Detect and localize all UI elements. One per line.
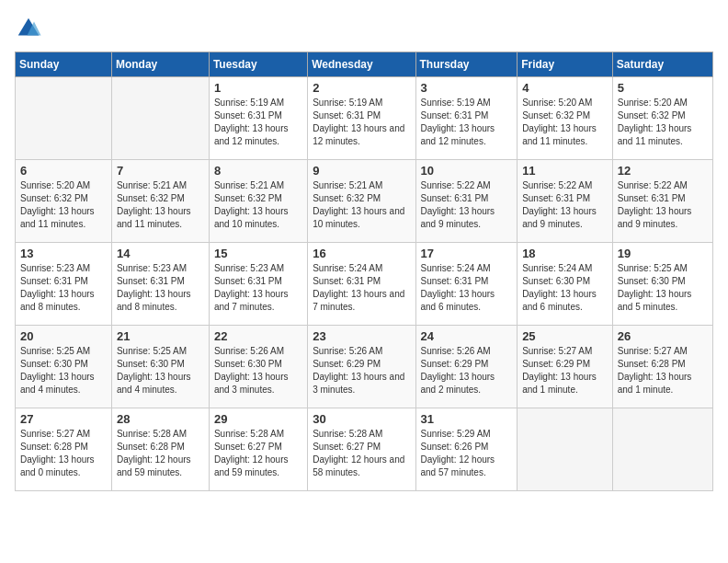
day-number: 1 [214,81,302,95]
day-info: Sunrise: 5:28 AM Sunset: 6:27 PM Dayligh… [313,428,410,479]
day-info: Sunrise: 5:23 AM Sunset: 6:31 PM Dayligh… [20,262,107,314]
day-number: 31 [421,412,513,426]
day-number: 4 [522,81,608,95]
calendar-cell: 5Sunrise: 5:20 AM Sunset: 6:32 PM Daylig… [612,77,712,160]
day-info: Sunrise: 5:19 AM Sunset: 6:31 PM Dayligh… [313,97,410,148]
week-row-4: 20Sunrise: 5:25 AM Sunset: 6:30 PM Dayli… [16,326,713,408]
day-number: 22 [214,329,302,343]
calendar-cell: 6Sunrise: 5:20 AM Sunset: 6:32 PM Daylig… [16,160,112,243]
day-info: Sunrise: 5:26 AM Sunset: 6:30 PM Dayligh… [214,345,302,396]
day-number: 16 [313,247,410,260]
day-info: Sunrise: 5:21 AM Sunset: 6:32 PM Dayligh… [313,179,410,231]
calendar-cell: 26Sunrise: 5:27 AM Sunset: 6:28 PM Dayli… [612,326,712,408]
day-info: Sunrise: 5:23 AM Sunset: 6:31 PM Dayligh… [214,262,302,314]
calendar-cell: 1Sunrise: 5:19 AM Sunset: 6:31 PM Daylig… [209,77,307,160]
logo-icon [15,15,42,42]
day-info: Sunrise: 5:26 AM Sunset: 6:29 PM Dayligh… [421,345,513,396]
calendar-cell: 21Sunrise: 5:25 AM Sunset: 6:30 PM Dayli… [111,326,209,408]
day-number: 7 [117,164,204,178]
day-number: 3 [421,81,513,95]
day-info: Sunrise: 5:29 AM Sunset: 6:26 PM Dayligh… [421,428,513,479]
day-info: Sunrise: 5:26 AM Sunset: 6:29 PM Dayligh… [313,345,410,396]
day-info: Sunrise: 5:20 AM Sunset: 6:32 PM Dayligh… [20,179,107,231]
calendar-cell: 31Sunrise: 5:29 AM Sunset: 6:26 PM Dayli… [415,408,518,491]
calendar-cell: 30Sunrise: 5:28 AM Sunset: 6:27 PM Dayli… [308,408,415,491]
calendar-table: SundayMondayTuesdayWednesdayThursdayFrid… [15,52,713,491]
day-number: 19 [618,247,708,260]
day-header-wednesday: Wednesday [308,52,415,77]
day-number: 21 [117,329,204,343]
day-info: Sunrise: 5:24 AM Sunset: 6:31 PM Dayligh… [421,262,513,314]
day-number: 30 [313,412,410,426]
day-info: Sunrise: 5:25 AM Sunset: 6:30 PM Dayligh… [117,345,204,396]
days-header-row: SundayMondayTuesdayWednesdayThursdayFrid… [16,52,713,77]
day-number: 23 [313,329,410,343]
calendar-cell: 7Sunrise: 5:21 AM Sunset: 6:32 PM Daylig… [111,160,209,243]
calendar-cell: 17Sunrise: 5:24 AM Sunset: 6:31 PM Dayli… [415,243,518,326]
day-number: 14 [117,247,204,260]
day-number: 25 [522,329,608,343]
day-info: Sunrise: 5:27 AM Sunset: 6:28 PM Dayligh… [618,345,708,396]
day-info: Sunrise: 5:24 AM Sunset: 6:30 PM Dayligh… [522,262,608,314]
calendar-cell: 11Sunrise: 5:22 AM Sunset: 6:31 PM Dayli… [518,160,613,243]
day-number: 17 [421,247,513,260]
day-number: 12 [618,164,708,178]
day-info: Sunrise: 5:24 AM Sunset: 6:31 PM Dayligh… [313,262,410,314]
day-info: Sunrise: 5:21 AM Sunset: 6:32 PM Dayligh… [214,179,302,231]
day-number: 18 [522,247,608,260]
day-info: Sunrise: 5:19 AM Sunset: 6:31 PM Dayligh… [214,97,302,148]
calendar-cell: 20Sunrise: 5:25 AM Sunset: 6:30 PM Dayli… [16,326,112,408]
day-info: Sunrise: 5:27 AM Sunset: 6:28 PM Dayligh… [20,428,107,479]
day-header-sunday: Sunday [16,52,112,77]
calendar-cell: 9Sunrise: 5:21 AM Sunset: 6:32 PM Daylig… [308,160,415,243]
day-info: Sunrise: 5:25 AM Sunset: 6:30 PM Dayligh… [618,262,708,314]
day-info: Sunrise: 5:27 AM Sunset: 6:29 PM Dayligh… [522,345,608,396]
logo [15,15,46,42]
day-info: Sunrise: 5:25 AM Sunset: 6:30 PM Dayligh… [20,345,107,396]
day-info: Sunrise: 5:22 AM Sunset: 6:31 PM Dayligh… [618,179,708,231]
day-info: Sunrise: 5:28 AM Sunset: 6:27 PM Dayligh… [214,428,302,479]
day-header-thursday: Thursday [415,52,518,77]
day-number: 13 [20,247,107,260]
day-header-saturday: Saturday [612,52,712,77]
calendar-cell [16,77,112,160]
calendar-cell: 29Sunrise: 5:28 AM Sunset: 6:27 PM Dayli… [209,408,307,491]
calendar-cell: 28Sunrise: 5:28 AM Sunset: 6:28 PM Dayli… [111,408,209,491]
week-row-5: 27Sunrise: 5:27 AM Sunset: 6:28 PM Dayli… [16,408,713,491]
calendar-cell: 19Sunrise: 5:25 AM Sunset: 6:30 PM Dayli… [612,243,712,326]
calendar-cell: 10Sunrise: 5:22 AM Sunset: 6:31 PM Dayli… [415,160,518,243]
calendar-cell: 27Sunrise: 5:27 AM Sunset: 6:28 PM Dayli… [16,408,112,491]
calendar-cell: 3Sunrise: 5:19 AM Sunset: 6:31 PM Daylig… [415,77,518,160]
calendar-cell: 15Sunrise: 5:23 AM Sunset: 6:31 PM Dayli… [209,243,307,326]
day-info: Sunrise: 5:22 AM Sunset: 6:31 PM Dayligh… [421,179,513,231]
day-number: 29 [214,412,302,426]
day-number: 28 [117,412,204,426]
day-number: 10 [421,164,513,178]
day-number: 15 [214,247,302,260]
week-row-2: 6Sunrise: 5:20 AM Sunset: 6:32 PM Daylig… [16,160,713,243]
day-info: Sunrise: 5:23 AM Sunset: 6:31 PM Dayligh… [117,262,204,314]
day-number: 11 [522,164,608,178]
header [15,15,713,42]
calendar-cell: 2Sunrise: 5:19 AM Sunset: 6:31 PM Daylig… [308,77,415,160]
day-header-tuesday: Tuesday [209,52,307,77]
week-row-3: 13Sunrise: 5:23 AM Sunset: 6:31 PM Dayli… [16,243,713,326]
calendar-cell: 24Sunrise: 5:26 AM Sunset: 6:29 PM Dayli… [415,326,518,408]
week-row-1: 1Sunrise: 5:19 AM Sunset: 6:31 PM Daylig… [16,77,713,160]
day-info: Sunrise: 5:20 AM Sunset: 6:32 PM Dayligh… [522,97,608,148]
day-number: 24 [421,329,513,343]
calendar-cell: 4Sunrise: 5:20 AM Sunset: 6:32 PM Daylig… [518,77,613,160]
day-number: 9 [313,164,410,178]
calendar-cell [111,77,209,160]
calendar-cell [518,408,613,491]
day-info: Sunrise: 5:28 AM Sunset: 6:28 PM Dayligh… [117,428,204,479]
day-info: Sunrise: 5:22 AM Sunset: 6:31 PM Dayligh… [522,179,608,231]
day-number: 2 [313,81,410,95]
day-info: Sunrise: 5:20 AM Sunset: 6:32 PM Dayligh… [618,97,708,148]
day-number: 27 [20,412,107,426]
calendar-cell: 25Sunrise: 5:27 AM Sunset: 6:29 PM Dayli… [518,326,613,408]
day-header-monday: Monday [111,52,209,77]
calendar-cell: 23Sunrise: 5:26 AM Sunset: 6:29 PM Dayli… [308,326,415,408]
day-header-friday: Friday [518,52,613,77]
calendar-cell: 13Sunrise: 5:23 AM Sunset: 6:31 PM Dayli… [16,243,112,326]
